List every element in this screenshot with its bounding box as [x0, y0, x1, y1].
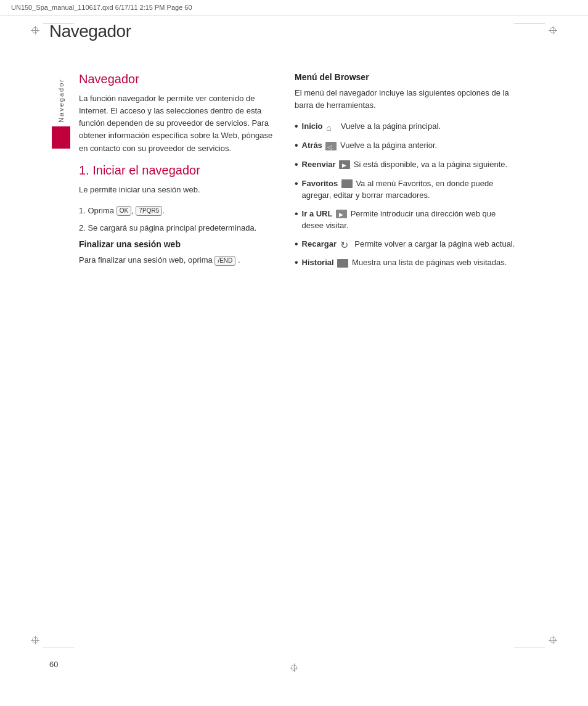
menu-intro: El menú del navegador incluye las siguie… — [295, 87, 517, 112]
list-item: Historial Muestra una lista de páginas w… — [295, 257, 517, 269]
right-column: Menú del Browser El menú del navegador i… — [295, 72, 517, 276]
item-term: Inicio — [302, 121, 323, 131]
key-ok: OK — [116, 206, 131, 216]
item-term: Historial — [302, 258, 334, 267]
sidebar-highlight — [52, 126, 70, 149]
item-desc: Vuelve a la página anterior. — [340, 141, 437, 150]
item-desc: Permite volver a cargar la página web ac… — [354, 239, 515, 248]
header-bar: UN150_Spa_manual_110617.qxd 6/17/11 2:15… — [0, 0, 588, 15]
subsection-text: Para finalizar una sesión web, oprima /E… — [79, 254, 276, 266]
item-desc: Si está disponible, va a la página sigui… — [354, 160, 507, 169]
item-term: Reenviar — [302, 160, 336, 169]
menu-items-list: Inicio Vuelve a la página principal. Atr… — [295, 120, 517, 269]
footer: 60 — [49, 660, 58, 669]
section1-text: Le permite iniciar una sesión web. — [79, 184, 276, 196]
registration-mark-br — [549, 636, 557, 644]
sidebar-label: Navegador — [57, 78, 65, 123]
key-end: /END — [214, 256, 235, 266]
key-7pqr: 7PQR5 — [136, 206, 162, 216]
reload-icon — [340, 240, 351, 248]
list-item: Atrás Vuelve a la página anterior. — [295, 139, 517, 152]
bookmarks-icon — [341, 179, 353, 188]
menu-heading: Menú del Browser — [295, 72, 517, 82]
history-icon — [337, 259, 348, 268]
step1: 1. Oprima OK, 7PQR5. — [79, 205, 276, 217]
item-term: Ir a URL — [302, 209, 333, 218]
section1-heading: 1. Iniciar el navegador — [79, 163, 276, 178]
step2: 2. Se cargará su página principal predet… — [79, 222, 276, 234]
list-item: Ir a URL Permite introducir una direcció… — [295, 208, 517, 232]
registration-mark-bl — [31, 636, 39, 644]
forward-icon — [339, 160, 350, 169]
url-icon — [336, 210, 347, 218]
page-title-area: Navegador — [0, 15, 588, 54]
content-area: Navegador La función navegador le permit… — [79, 72, 551, 276]
corner-line-br — [514, 647, 545, 647]
page-title: Navegador — [49, 22, 588, 41]
registration-mark-bc — [290, 663, 298, 672]
list-item: Favoritos Va al menú Favoritos, en donde… — [295, 178, 517, 202]
corner-line-tl — [43, 23, 74, 24]
item-term: Favoritos — [302, 179, 338, 188]
header-text: UN150_Spa_manual_110617.qxd 6/17/11 2:15… — [11, 4, 192, 11]
home-icon — [326, 123, 337, 131]
registration-mark-tr — [549, 26, 557, 35]
back-icon — [325, 142, 337, 150]
page-number: 60 — [49, 660, 58, 669]
registration-mark-tl — [31, 26, 39, 35]
list-item: Reenviar Si está disponible, va a la pág… — [295, 158, 517, 171]
corner-line-tr — [514, 23, 545, 24]
list-item: Inicio Vuelve a la página principal. — [295, 120, 517, 133]
subsection-heading: Finalizar una sesión web — [79, 239, 276, 249]
intro-text: La función navegador le permite ver cont… — [79, 92, 276, 155]
item-term: Recargar — [302, 239, 337, 248]
page-wrapper: Navegador Navegador La función navegador… — [0, 54, 588, 294]
item-desc: Muestra una lista de páginas web visitad… — [352, 258, 507, 267]
main-heading: Navegador — [79, 72, 276, 86]
sidebar: Navegador — [49, 72, 73, 276]
list-item: Recargar Permite volver a cargar la pági… — [295, 238, 517, 251]
left-column: Navegador La función navegador le permit… — [79, 72, 276, 276]
item-term: Atrás — [302, 141, 322, 150]
corner-line-bl — [43, 647, 74, 647]
item-desc: Vuelve a la página principal. — [341, 121, 441, 131]
